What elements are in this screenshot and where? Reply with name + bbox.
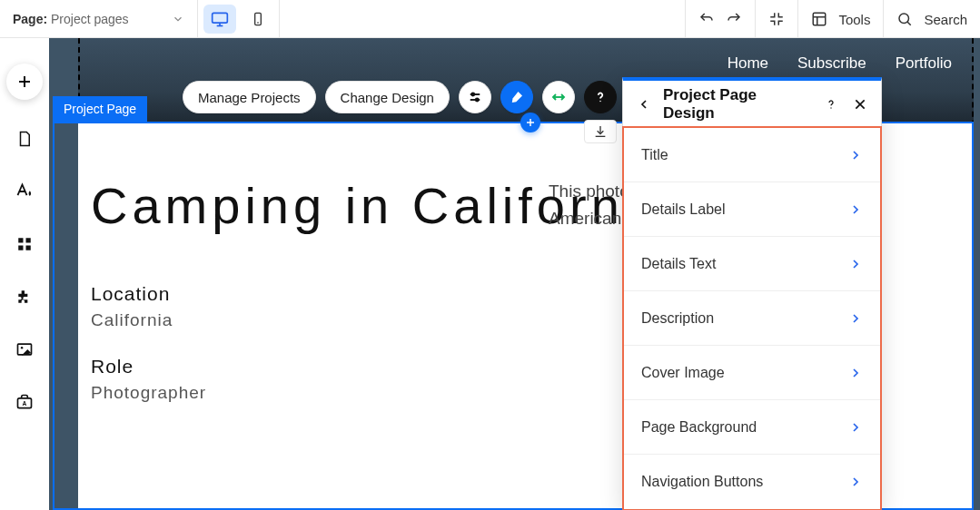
mobile-view-button[interactable] — [242, 5, 274, 34]
paintbrush-icon — [509, 89, 525, 105]
selection-tag: Project Page — [53, 96, 147, 122]
store-rail-button[interactable]: A — [11, 388, 38, 416]
design-panel-title: Project Page Design — [663, 86, 812, 123]
device-switcher — [198, 0, 280, 38]
svg-point-23 — [476, 99, 479, 102]
add-section-button[interactable] — [520, 113, 540, 132]
svg-point-8 — [899, 14, 909, 24]
svg-rect-12 — [18, 238, 23, 242]
svg-point-29 — [830, 107, 831, 108]
panel-row-title[interactable]: Title — [623, 128, 881, 182]
design-circle-button[interactable] — [500, 81, 533, 113]
chevron-right-icon — [848, 148, 863, 162]
tools-label: Tools — [838, 12, 870, 27]
nav-link-subscribe[interactable]: Subscribe — [797, 54, 866, 73]
mobile-icon — [251, 12, 265, 26]
add-element-button[interactable] — [6, 64, 43, 100]
svg-line-9 — [907, 22, 911, 25]
svg-rect-13 — [26, 238, 31, 242]
nav-link-home[interactable]: Home — [728, 54, 768, 73]
grid-icon — [16, 236, 33, 252]
apps-rail-button[interactable] — [11, 230, 38, 258]
zoom-fit-button[interactable] — [755, 0, 797, 38]
redo-icon[interactable] — [726, 11, 742, 27]
panel-help-button[interactable] — [821, 94, 841, 114]
search-label: Search — [924, 12, 967, 27]
panel-row-label: Details Label — [641, 201, 726, 218]
settings-circle-button[interactable] — [459, 81, 491, 113]
desktop-icon — [211, 10, 229, 28]
panel-row-navigation-buttons[interactable]: Navigation Buttons — [623, 455, 881, 509]
panel-row-cover-image[interactable]: Cover Image — [623, 346, 881, 400]
change-design-button[interactable]: Change Design — [325, 81, 450, 113]
manage-projects-button[interactable]: Manage Projects — [183, 81, 316, 113]
plus-icon — [525, 117, 536, 128]
undo-icon[interactable] — [698, 11, 715, 27]
chevron-right-icon — [848, 311, 863, 326]
close-icon — [853, 97, 867, 112]
briefcase-icon: A — [15, 393, 34, 411]
stretch-icon — [550, 89, 567, 105]
media-rail-button[interactable] — [11, 336, 38, 363]
pages-rail-button[interactable] — [11, 125, 38, 152]
search-button[interactable]: Search — [883, 0, 980, 38]
chevron-right-icon — [848, 475, 863, 489]
panel-row-label: Page Background — [641, 419, 757, 436]
page-selector-prefix: Page: — [13, 12, 47, 26]
panel-row-details-label[interactable]: Details Label — [623, 182, 881, 237]
panel-row-label: Navigation Buttons — [641, 474, 763, 490]
page-selector[interactable]: Page: Project pages — [0, 0, 198, 38]
download-icon — [593, 124, 608, 139]
sliders-icon — [467, 89, 483, 105]
undo-redo-group — [685, 0, 755, 38]
plus-icon — [16, 74, 33, 90]
theme-rail-button[interactable] — [11, 178, 38, 205]
left-rail: A — [0, 38, 49, 510]
page-selector-value: Project pages — [51, 12, 129, 26]
page-icon — [16, 131, 33, 147]
question-icon — [824, 97, 838, 112]
top-toolbar: Page: Project pages Tools Sea — [0, 0, 980, 38]
panel-row-label: Details Text — [641, 256, 716, 272]
collapse-icon — [768, 11, 785, 27]
panel-back-button[interactable] — [634, 94, 654, 114]
image-icon — [15, 340, 34, 358]
download-button[interactable] — [584, 120, 617, 143]
panel-row-label: Title — [641, 147, 668, 163]
chevron-down-icon — [172, 13, 184, 25]
svg-point-21 — [471, 93, 474, 96]
svg-point-25 — [599, 101, 601, 103]
svg-rect-14 — [18, 246, 23, 250]
text-drop-icon — [15, 182, 34, 201]
panel-row-page-background[interactable]: Page Background — [623, 400, 881, 455]
question-icon — [592, 89, 609, 105]
design-panel: Project Page Design Title Details Label … — [622, 77, 882, 510]
svg-rect-5 — [814, 13, 827, 25]
help-circle-button[interactable] — [584, 81, 617, 113]
panel-close-button[interactable] — [850, 94, 870, 114]
chevron-right-icon — [848, 202, 863, 217]
svg-rect-15 — [26, 246, 31, 250]
tools-button[interactable]: Tools — [797, 0, 883, 38]
stretch-circle-button[interactable] — [542, 81, 575, 113]
puzzle-icon — [15, 288, 34, 306]
svg-rect-3 — [254, 13, 261, 25]
panel-row-label: Description — [641, 310, 714, 327]
addons-rail-button[interactable] — [11, 283, 38, 310]
panel-row-label: Cover Image — [641, 365, 725, 381]
nav-link-portfolio[interactable]: Portfolio — [896, 54, 952, 73]
design-panel-header: Project Page Design — [623, 81, 881, 128]
panel-row-details-text[interactable]: Details Text — [623, 237, 881, 291]
search-icon — [896, 11, 913, 27]
panel-row-description[interactable]: Description — [623, 291, 881, 346]
chevron-right-icon — [848, 257, 863, 271]
svg-point-17 — [21, 347, 23, 349]
desktop-view-button[interactable] — [203, 5, 236, 34]
chevron-right-icon — [848, 420, 863, 435]
layout-icon — [811, 11, 827, 27]
chevron-left-icon — [637, 97, 651, 112]
chevron-right-icon — [848, 366, 863, 380]
svg-text:A: A — [23, 400, 27, 407]
element-toolbar: Manage Projects Change Design — [183, 80, 617, 114]
svg-rect-0 — [212, 13, 227, 23]
